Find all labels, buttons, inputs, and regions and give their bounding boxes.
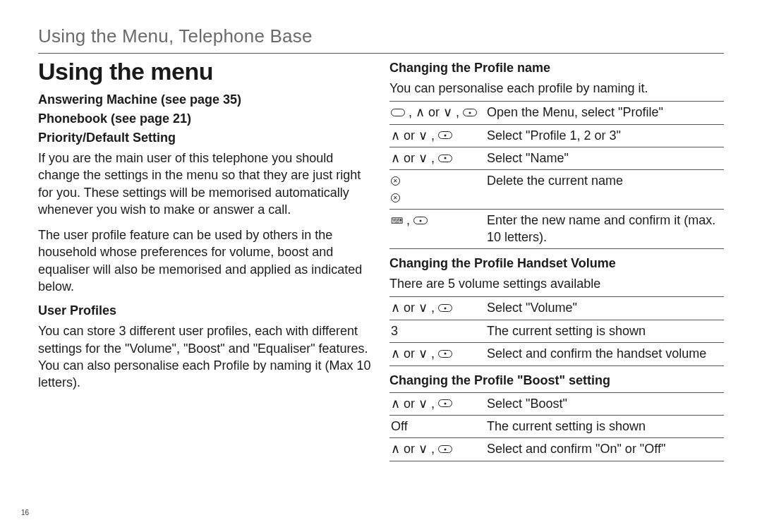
table-row: ∧ or ∨ , Select "Name" [389,147,724,170]
step-description: The current setting is shown [485,415,724,437]
right-column: Changing the Profile name You can person… [389,58,724,468]
step-description: Enter the new name and confirm it (max. … [485,210,724,249]
user-profiles-paragraph: You can store 3 different user profiles,… [38,322,373,391]
page-title: Using the menu [38,58,373,85]
table-row: OffThe current setting is shown [389,415,724,437]
priority-paragraph-2: The user profile feature can be used by … [38,226,373,295]
phonebook-heading: Phonebook (see page 21) [38,111,373,126]
key-sequence: ∧ or ∨ , [389,124,485,147]
table-row: ∧ or ∨ , Select and confirm the handset … [389,343,724,365]
handset-volume-intro: There are 5 volume settings available [389,275,724,292]
header-divider [38,53,724,54]
key-sequence: 3 [389,320,485,342]
key-sequence: Off [389,415,485,437]
table-row: , ∧ or ∨ , Open the Menu, select "Profil… [389,102,724,124]
handset-volume-steps-table: ∧ or ∨ , Select "Volume"3The current set… [389,296,724,365]
table-row: 3The current setting is shown [389,320,724,342]
key-sequence: ∧ or ∨ , [389,297,485,320]
table-row: ∧ or ∨ , Select "Boost" [389,392,724,415]
priority-paragraph-1: If you are the main user of this telepho… [38,150,373,218]
left-column: Using the menu Answering Machine (see pa… [38,58,373,468]
handset-volume-heading: Changing the Profile Handset Volume [389,256,724,271]
step-description: Delete the current name [485,170,724,210]
profile-name-steps-table: , ∧ or ∨ , Open the Menu, select "Profil… [389,101,724,249]
key-sequence: ∧ or ∨ , [389,147,485,170]
step-description: Select "Name" [485,147,724,170]
boost-steps-table: ∧ or ∨ , Select "Boost"OffThe current se… [389,392,724,461]
step-description: Select "Volume" [485,297,724,320]
profile-name-heading: Changing the Profile name [389,61,724,75]
boost-heading: Changing the Profile "Boost" setting [389,373,724,388]
key-sequence: , ∧ or ∨ , [389,102,485,124]
table-row: ∧ or ∨ , Select and confirm "On" or "Off… [389,438,724,461]
table-row: ⌨ , Enter the new name and confirm it (m… [389,210,724,249]
table-row: ∧ or ∨ , Select "Volume" [389,297,724,320]
step-description: Select "Boost" [485,392,724,415]
step-description: Select and confirm "On" or "Off" [485,438,724,461]
answering-machine-heading: Answering Machine (see page 35) [38,92,373,107]
key-sequence: ∧ or ∨ , [389,343,485,365]
table-row: ∧ or ∨ , Select "Profile 1, 2 or 3" [389,124,724,147]
section-header: Using the Menu, Telephone Base [38,25,724,47]
page: Using the Menu, Telephone Base Using the… [0,0,762,532]
profile-name-intro: You can personalise each profile by nami… [389,80,724,97]
step-description: Select "Profile 1, 2 or 3" [485,124,724,147]
step-description: The current setting is shown [485,320,724,342]
key-sequence: ∧ or ∨ , [389,438,485,461]
page-number: 16 [21,509,29,516]
key-sequence: ∧ or ∨ , [389,392,485,415]
key-sequence: ⌨ , [389,210,485,249]
key-sequence [389,170,485,210]
step-description: Open the Menu, select "Profile" [485,102,724,124]
step-description: Select and confirm the handset volume [485,343,724,365]
table-row: Delete the current name [389,170,724,210]
priority-heading: Priority/Default Setting [38,131,373,145]
two-column-layout: Using the menu Answering Machine (see pa… [38,58,724,468]
user-profiles-heading: User Profiles [38,303,373,318]
